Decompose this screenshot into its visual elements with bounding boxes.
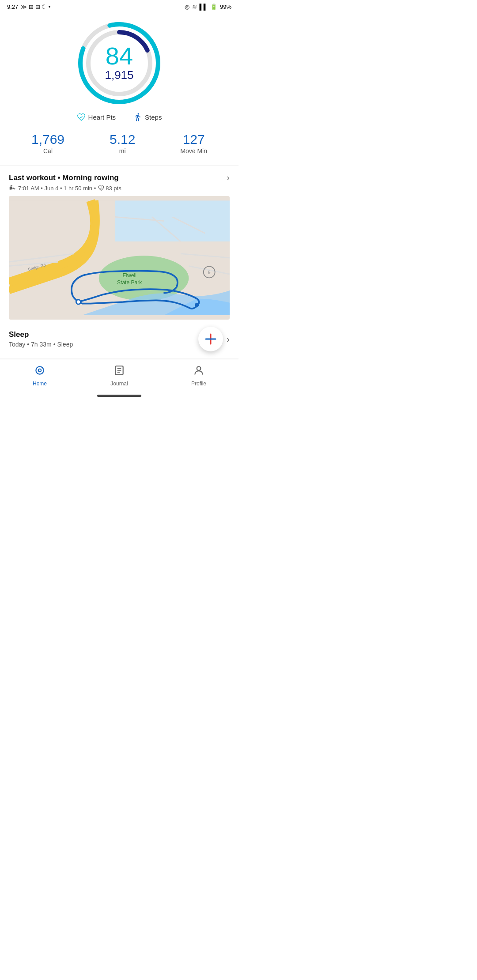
add-activity-button[interactable] xyxy=(198,327,223,351)
move-min-value: 127 xyxy=(180,132,207,147)
cal-value: 1,769 xyxy=(31,132,64,147)
cal-label: Cal xyxy=(31,147,64,155)
ring-center: 84 1,915 xyxy=(105,44,133,82)
svg-point-24 xyxy=(36,366,43,374)
mi-value: 5.12 xyxy=(110,132,135,147)
location-icon: ◎ xyxy=(185,4,189,10)
battery-level: 99% xyxy=(220,4,231,10)
ring-main-number: 84 xyxy=(105,44,133,68)
workout-pts: 83 pts xyxy=(98,185,121,192)
sleep-section[interactable]: Sleep Today • 7h 33m • Sleep › xyxy=(0,320,238,359)
stats-row: 1,769 Cal 5.12 mi 127 Move Min xyxy=(0,125,238,166)
svg-text:Elwell: Elwell xyxy=(122,272,136,279)
mi-label: mi xyxy=(110,147,135,155)
ring-section: 84 1,915 Heart Pts Steps xyxy=(0,12,238,125)
steps-label: Steps xyxy=(145,113,162,121)
profile-icon xyxy=(193,365,204,379)
svg-point-20 xyxy=(77,300,80,303)
heart-pts-legend[interactable]: Heart Pts xyxy=(77,113,116,121)
workout-title: Last workout • Morning rowing xyxy=(9,173,119,182)
home-icon xyxy=(34,365,45,379)
home-bar xyxy=(97,395,141,397)
rowing-icon xyxy=(9,185,16,192)
stat-mi[interactable]: 5.12 mi xyxy=(110,132,135,155)
svg-point-25 xyxy=(38,369,42,372)
heart-small-icon xyxy=(98,185,104,191)
sleep-meta: Today • 7h 33m • Sleep xyxy=(9,341,73,348)
sleep-info: Sleep Today • 7h 33m • Sleep xyxy=(9,330,73,348)
workout-card[interactable]: Last workout • Morning rowing › 7:01 AM … xyxy=(0,166,238,320)
home-label: Home xyxy=(33,381,47,387)
move-min-label: Move Min xyxy=(180,147,207,155)
heart-pts-label: Heart Pts xyxy=(88,113,116,121)
journal-label: Journal xyxy=(110,381,128,387)
status-time: 9:27 xyxy=(7,4,18,10)
workout-pts-value: 83 pts xyxy=(106,185,121,192)
workout-chevron-icon: › xyxy=(227,173,230,183)
nav-journal[interactable]: Journal xyxy=(80,365,159,387)
svg-text:9: 9 xyxy=(208,270,211,275)
stat-move-min[interactable]: 127 Move Min xyxy=(180,132,207,155)
battery-icon: 🔋 xyxy=(210,4,217,10)
workout-meta: 7:01 AM • Jun 4 • 1 hr 50 min • 83 pts xyxy=(9,185,230,192)
ring-sub-number: 1,915 xyxy=(105,68,133,82)
nav-home[interactable]: Home xyxy=(0,365,80,387)
map-svg: 9 Bridge Rd Elwell State Park xyxy=(9,196,230,320)
stat-cal[interactable]: 1,769 Cal xyxy=(31,132,64,155)
steps-legend[interactable]: Steps xyxy=(133,113,162,121)
sleep-chevron-icon: › xyxy=(227,334,230,344)
ring-legend: Heart Pts Steps xyxy=(77,113,162,121)
svg-text:State Park: State Park xyxy=(117,279,142,286)
activity-ring[interactable]: 84 1,915 xyxy=(75,19,163,107)
svg-point-30 xyxy=(197,366,201,370)
plus-icon xyxy=(204,333,217,345)
svg-point-21 xyxy=(195,303,199,307)
journal-icon xyxy=(114,365,125,379)
sleep-right: › xyxy=(198,327,230,351)
status-icons: ≫ ⊞ ⊟ ☾ • xyxy=(21,4,50,10)
steps-icon xyxy=(133,113,142,121)
wifi-icon: ≋ xyxy=(192,4,197,10)
home-indicator xyxy=(0,390,238,401)
profile-label: Profile xyxy=(191,381,206,387)
svg-rect-5 xyxy=(115,200,230,241)
workout-meta-text: 7:01 AM • Jun 4 • 1 hr 50 min • xyxy=(18,185,96,192)
status-bar: 9:27 ≫ ⊞ ⊟ ☾ • ◎ ≋ ▌▌ 🔋 99% xyxy=(0,0,238,12)
status-right: ◎ ≋ ▌▌ 🔋 99% xyxy=(185,4,231,10)
bottom-nav: Home Journal Profile xyxy=(0,359,238,390)
workout-header: Last workout • Morning rowing › xyxy=(9,173,230,183)
nav-profile[interactable]: Profile xyxy=(159,365,238,387)
workout-map[interactable]: 9 Bridge Rd Elwell State Park xyxy=(9,196,230,320)
status-left: 9:27 ≫ ⊞ ⊟ ☾ • xyxy=(7,4,50,10)
sleep-title: Sleep xyxy=(9,330,73,339)
heart-pts-icon xyxy=(77,113,86,121)
signal-icon: ▌▌ xyxy=(200,4,208,10)
